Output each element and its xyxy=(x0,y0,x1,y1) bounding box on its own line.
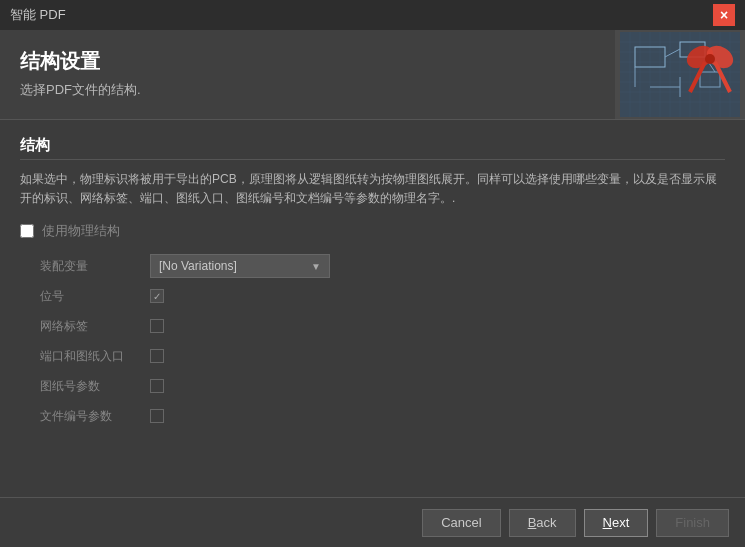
assembly-variant-control: [No Variations] ▼ xyxy=(150,254,330,278)
chevron-down-icon: ▼ xyxy=(311,261,321,272)
page-title: 结构设置 xyxy=(20,48,595,75)
sheet-num-label: 图纸号参数 xyxy=(40,378,150,395)
ref-des-checkbox[interactable] xyxy=(150,289,164,303)
ref-des-label: 位号 xyxy=(40,288,150,305)
port-entry-row: 端口和图纸入口 xyxy=(40,344,725,368)
dropdown-value: [No Variations] xyxy=(159,259,237,273)
port-entry-label: 端口和图纸入口 xyxy=(40,348,150,365)
sheet-num-checkbox[interactable] xyxy=(150,379,164,393)
page-subtitle: 选择PDF文件的结构. xyxy=(20,81,595,99)
net-label-control xyxy=(150,319,164,333)
description-text: 如果选中，物理标识将被用于导出的PCB，原理图将从逻辑图纸转为按物理图纸展开。同… xyxy=(20,170,725,208)
footer-area: Cancel Back Next Finish xyxy=(0,497,745,547)
assembly-variant-row: 装配变量 [No Variations] ▼ xyxy=(40,254,725,278)
doc-num-checkbox[interactable] xyxy=(150,409,164,423)
ref-des-row: 位号 xyxy=(40,284,725,308)
port-entry-control xyxy=(150,349,164,363)
back-button[interactable]: Back xyxy=(509,509,576,537)
header-text-block: 结构设置 选择PDF文件的结构. xyxy=(0,30,615,119)
physical-structure-row: 使用物理结构 xyxy=(20,222,725,240)
form-section: 装配变量 [No Variations] ▼ 位号 网络标签 xyxy=(20,254,725,428)
sheet-num-control xyxy=(150,379,164,393)
ref-des-control xyxy=(150,289,164,303)
section-title: 结构 xyxy=(20,136,725,160)
assembly-variant-label: 装配变量 xyxy=(40,258,150,275)
net-label-label: 网络标签 xyxy=(40,318,150,335)
close-button[interactable]: × xyxy=(713,4,735,26)
port-entry-checkbox[interactable] xyxy=(150,349,164,363)
assembly-variant-dropdown[interactable]: [No Variations] ▼ xyxy=(150,254,330,278)
main-content: 结构设置 选择PDF文件的结构. xyxy=(0,30,745,547)
window-title: 智能 PDF xyxy=(10,6,66,24)
net-label-row: 网络标签 xyxy=(40,314,725,338)
physical-structure-checkbox[interactable] xyxy=(20,224,34,238)
title-bar: 智能 PDF × xyxy=(0,0,745,30)
body-area: 结构 如果选中，物理标识将被用于导出的PCB，原理图将从逻辑图纸转为按物理图纸展… xyxy=(0,120,745,497)
doc-num-label: 文件编号参数 xyxy=(40,408,150,425)
cancel-button[interactable]: Cancel xyxy=(422,509,500,537)
physical-structure-label[interactable]: 使用物理结构 xyxy=(42,222,120,240)
sheet-num-row: 图纸号参数 xyxy=(40,374,725,398)
finish-button[interactable]: Finish xyxy=(656,509,729,537)
doc-num-control xyxy=(150,409,164,423)
next-button[interactable]: Next xyxy=(584,509,649,537)
svg-point-29 xyxy=(705,54,715,64)
header-image xyxy=(615,30,745,119)
header-illustration xyxy=(620,32,740,117)
doc-num-row: 文件编号参数 xyxy=(40,404,725,428)
header-area: 结构设置 选择PDF文件的结构. xyxy=(0,30,745,120)
net-label-checkbox[interactable] xyxy=(150,319,164,333)
